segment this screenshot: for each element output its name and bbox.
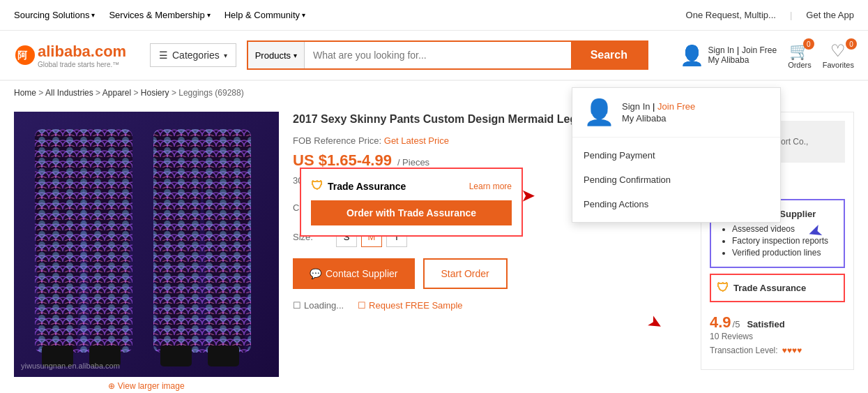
order-with-trade-assurance-button[interactable]: Order with Trade Assurance bbox=[311, 200, 512, 225]
top-navigation: Sourcing Solutions ▾ Services & Membersh… bbox=[0, 0, 868, 31]
watermark: yiwusungnan.en.alibaba.com bbox=[21, 362, 120, 370]
list-item: Factory inspection reports bbox=[732, 236, 837, 246]
svg-rect-13 bbox=[160, 346, 192, 366]
rating-score: 4.9 bbox=[710, 313, 731, 332]
chevron-down-icon: ▾ bbox=[224, 52, 227, 59]
sign-in-link[interactable]: Sign In bbox=[708, 45, 734, 55]
trade-popup-header: 🛡 Trade Assurance Learn more bbox=[311, 179, 512, 193]
my-alibaba-link[interactable]: My Alibaba bbox=[708, 55, 777, 65]
top-nav-right: One Request, Multip... | Get the App bbox=[686, 10, 854, 20]
rating-area: 4.9 /5 Satisfied 10 Reviews Transaction … bbox=[710, 308, 845, 361]
extra-links: ☐ Loading... ☐ Request FREE Sample bbox=[293, 300, 687, 311]
header-right: 👤 Sign In | Join Free My Alibaba 🛒 0 Ord… bbox=[659, 41, 854, 69]
shield-icon-popup: 🛡 bbox=[311, 179, 323, 193]
orders-area[interactable]: 🛒 0 Orders bbox=[788, 41, 812, 69]
favorites-area[interactable]: ♡ 0 Favorites bbox=[823, 41, 854, 69]
hamburger-icon: ☰ bbox=[159, 50, 168, 61]
dropdown-pending-actions[interactable]: Pending Actions bbox=[572, 192, 780, 216]
shield-icon: 🛡 bbox=[717, 281, 729, 295]
start-order-button[interactable]: Start Order bbox=[423, 258, 508, 289]
get-app-nav[interactable]: Get the App bbox=[806, 10, 854, 20]
one-request-nav[interactable]: One Request, Multip... bbox=[686, 10, 776, 20]
breadcrumb-leggings: Leggings bbox=[178, 88, 213, 98]
join-free-link[interactable]: Join Free bbox=[742, 45, 777, 55]
chat-icon: 💬 bbox=[310, 268, 321, 279]
learn-more-link[interactable]: Learn more bbox=[469, 181, 512, 191]
dropdown-header: 👤 Sign In | Join Free My Alibaba bbox=[572, 88, 780, 138]
user-links: Sign In | Join Free My Alibaba bbox=[622, 101, 695, 124]
contact-supplier-button[interactable]: 💬 Contact Supplier bbox=[293, 258, 415, 289]
dropdown-my-alibaba-link[interactable]: My Alibaba bbox=[622, 113, 695, 124]
sign-join-links: Sign In | Join Free bbox=[622, 101, 695, 112]
svg-rect-8 bbox=[35, 129, 132, 353]
top-nav-left: Sourcing Solutions ▾ Services & Membersh… bbox=[14, 10, 305, 20]
breadcrumb-home[interactable]: Home bbox=[14, 88, 36, 98]
categories-button[interactable]: ☰ Categories ▾ bbox=[150, 43, 236, 67]
breadcrumb-hosiery[interactable]: Hosiery bbox=[141, 88, 169, 98]
services-membership-nav[interactable]: Services & Membership ▾ bbox=[109, 10, 210, 20]
search-dropdown[interactable]: Products ▾ bbox=[248, 42, 305, 68]
header: 阿 alibaba.com Global trade starts here.™… bbox=[0, 31, 868, 81]
dropdown-sign-in-link[interactable]: Sign In bbox=[622, 101, 650, 112]
product-main-image: yiwusungnan.en.alibaba.com bbox=[14, 112, 279, 377]
alibaba-logo-icon: 阿 bbox=[14, 44, 36, 66]
list-item: Assessed videos bbox=[732, 224, 837, 234]
dropdown-pending-payment[interactable]: Pending Payment bbox=[572, 143, 780, 168]
svg-rect-14 bbox=[208, 346, 239, 366]
transaction-level-row: Transaction Level: ♥♥♥♥ bbox=[710, 346, 845, 355]
orders-favorites: 🛒 0 Orders ♡ 0 Favorites bbox=[788, 41, 854, 69]
help-community-nav[interactable]: Help & Community ▾ bbox=[224, 10, 305, 20]
trade-assurance-box: 🛡 Trade Assurance bbox=[710, 274, 845, 302]
chevron-down-icon: ▾ bbox=[294, 52, 297, 59]
trade-assurance-popup: 🛡 Trade Assurance Learn more Order with … bbox=[300, 168, 523, 237]
sourcing-solutions-nav[interactable]: Sourcing Solutions ▾ bbox=[14, 10, 95, 20]
search-input[interactable] bbox=[305, 42, 571, 68]
action-buttons: 💬 Contact Supplier Start Order bbox=[293, 258, 687, 289]
breadcrumb-all-industries[interactable]: All Industries bbox=[45, 88, 93, 98]
product-image-svg bbox=[21, 115, 272, 373]
dropdown-items: Pending Payment Pending Confirmation Pen… bbox=[572, 138, 780, 222]
user-icon: 👤 bbox=[680, 44, 704, 67]
account-area: 👤 Sign In | Join Free My Alibaba bbox=[680, 44, 777, 67]
checkbox-icon-2: ☐ bbox=[358, 300, 366, 311]
satisfied-label: Satisfied bbox=[747, 319, 784, 329]
loading-link[interactable]: ☐ Loading... bbox=[293, 300, 344, 311]
breadcrumb-apparel[interactable]: Apparel bbox=[102, 88, 131, 98]
search-button[interactable]: Search bbox=[571, 42, 647, 68]
get-latest-price-link[interactable]: Get Latest Price bbox=[384, 135, 449, 146]
search-bar: Products ▾ Search bbox=[247, 40, 648, 70]
dropdown-pending-confirmation[interactable]: Pending Confirmation bbox=[572, 168, 780, 192]
sign-join-row: Sign In | Join Free bbox=[708, 45, 777, 55]
logo-area[interactable]: 阿 alibaba.com Global trade starts here.™ bbox=[14, 43, 139, 68]
rating-score-row: 4.9 /5 Satisfied bbox=[710, 313, 845, 332]
free-sample-link[interactable]: ☐ Request FREE Sample bbox=[358, 300, 462, 311]
reviews-count: 10 Reviews bbox=[710, 332, 845, 341]
list-item: Verified production lines bbox=[732, 248, 837, 258]
trade-popup-title: 🛡 Trade Assurance bbox=[311, 179, 406, 193]
svg-rect-12 bbox=[153, 129, 251, 353]
checkbox-icon: ☐ bbox=[293, 300, 301, 311]
logo-tagline: Global trade starts here.™ bbox=[38, 61, 126, 68]
account-dropdown: 👤 Sign In | Join Free My Alibaba Pending… bbox=[572, 87, 781, 223]
gold-plus-features-list: Assessed videos Factory inspection repor… bbox=[718, 224, 837, 258]
svg-text:阿: 阿 bbox=[17, 50, 28, 61]
heart-rating-icons: ♥♥♥♥ bbox=[782, 346, 802, 355]
product-images: yiwusungnan.en.alibaba.com ⊕ View larger… bbox=[14, 112, 279, 393]
price-unit: / Pieces bbox=[397, 157, 429, 168]
dropdown-join-free-link[interactable]: Join Free bbox=[657, 101, 695, 112]
logo: 阿 alibaba.com Global trade starts here.™ bbox=[14, 43, 126, 68]
view-larger-button[interactable]: ⊕ View larger image bbox=[14, 377, 279, 393]
rating-max: /5 bbox=[733, 319, 740, 329]
logo-text: alibaba.com bbox=[38, 43, 126, 61]
account-links: Sign In | Join Free My Alibaba bbox=[708, 45, 777, 65]
heart-icon: ♡ bbox=[830, 41, 846, 61]
avatar-icon: 👤 bbox=[584, 98, 615, 127]
dropdown-user-row: 👤 Sign In | Join Free My Alibaba bbox=[584, 98, 769, 127]
breadcrumb-count: (69288) bbox=[215, 88, 243, 98]
